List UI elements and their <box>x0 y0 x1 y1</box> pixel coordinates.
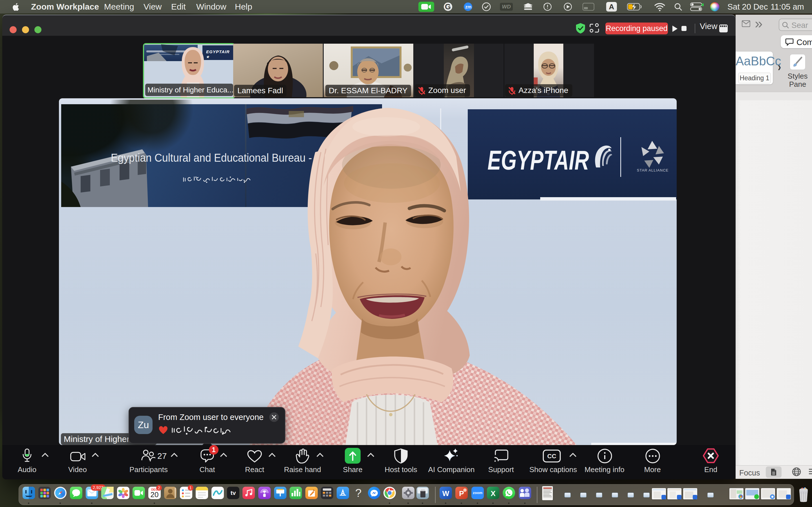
svg-text:CC: CC <box>547 453 556 460</box>
